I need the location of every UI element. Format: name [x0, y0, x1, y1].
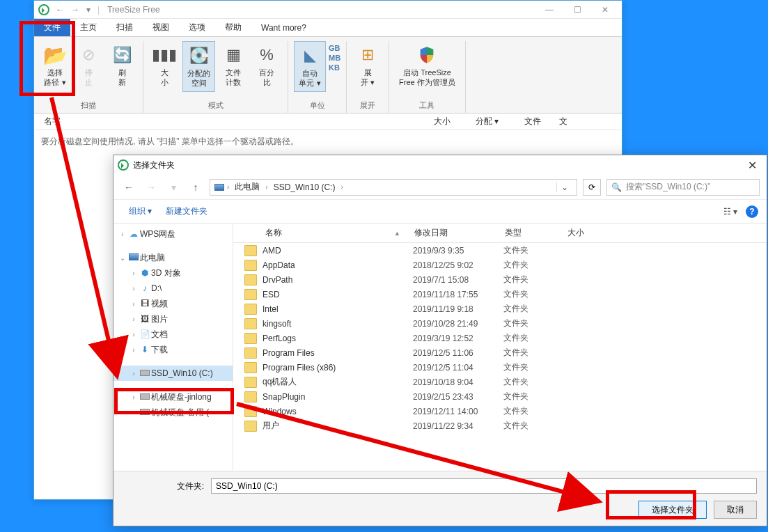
nav-dd-icon[interactable]: ▾ — [84, 5, 93, 15]
organize-button[interactable]: 组织 ▾ — [122, 205, 159, 217]
tab-home[interactable]: 主页 — [70, 19, 107, 36]
nav-forward-button[interactable]: → — [143, 179, 159, 196]
stop-button[interactable]: ⊘ 停 止 — [73, 41, 104, 91]
size-button[interactable]: ▮▮▮ 大 小 — [149, 41, 180, 91]
cloud-icon: ☁ — [127, 229, 140, 239]
file-row[interactable]: Program Files (x86)2019/12/5 11:04文件夹 — [233, 360, 767, 375]
nav-back-button[interactable]: ← — [120, 179, 137, 196]
cancel-button[interactable]: 取消 — [714, 501, 757, 519]
folder-input-label: 文件夹: — [123, 480, 207, 492]
nav-fwd-icon[interactable]: → — [69, 5, 81, 15]
file-type: 文件夹 — [503, 303, 566, 315]
file-row[interactable]: Intel2019/11/19 9:18文件夹 — [233, 302, 767, 316]
file-date: 2018/12/25 9:02 — [413, 260, 503, 270]
tree-documents[interactable]: ›📄文档 — [113, 327, 233, 342]
tree-ssd-c[interactable]: ›SSD_Win10 (C:) — [113, 366, 233, 381]
refresh-button[interactable]: 🔄 刷 新 — [107, 41, 137, 91]
folder-icon — [244, 245, 257, 256]
crumb-drive[interactable]: SSD_Win10 (C:) — [271, 182, 338, 192]
maximize-button[interactable]: ☐ — [563, 1, 591, 18]
tab-view[interactable]: 视图 — [143, 19, 179, 36]
fcol-date[interactable]: 修改日期 — [407, 227, 498, 239]
breadcrumb[interactable]: › 此电脑 › SSD_Win10 (C:) › ⌄ — [210, 179, 577, 196]
tree-downloads[interactable]: ›⬇下载 — [113, 342, 233, 357]
tab-options[interactable]: 选项 — [179, 19, 215, 36]
tree-wps[interactable]: ›☁WPS网盘 — [113, 226, 233, 242]
gb-button[interactable]: GB — [329, 44, 340, 52]
tree-pictures[interactable]: ›🖼图片 — [113, 311, 233, 327]
close-button[interactable]: ✕ — [591, 1, 619, 18]
file-row[interactable]: Program Files2019/12/5 11:06文件夹 — [233, 345, 767, 360]
file-type: 文件夹 — [503, 332, 566, 344]
tree-hdd2[interactable]: ›机械硬盘-备用 ( — [113, 405, 233, 420]
tree-hdd1[interactable]: ›机械硬盘-jinlong — [113, 389, 233, 405]
col-files[interactable]: 文件 — [519, 116, 554, 127]
minimize-button[interactable]: — — [535, 1, 563, 18]
file-columns: 名称▲ 修改日期 类型 大小 — [233, 224, 767, 243]
select-folder-button[interactable]: 选择文件夹 — [638, 501, 707, 519]
file-row[interactable]: SnapPlugin2019/2/15 23:43文件夹 — [233, 389, 767, 404]
launch-admin-button[interactable]: 启动 TreeSize Free 作为管理员 — [395, 41, 460, 91]
file-count-button[interactable]: ▦ 文件 计数 — [218, 41, 249, 91]
mb-button[interactable]: MB — [329, 54, 340, 62]
folder-input[interactable] — [211, 478, 757, 494]
nav-history-button[interactable]: ▾ — [165, 179, 182, 196]
folder-icon — [244, 377, 257, 388]
file-row[interactable]: AMD2019/9/3 9:35文件夹 — [233, 243, 767, 258]
breadcrumb-dropdown-icon[interactable]: ⌄ — [556, 182, 572, 192]
file-name: qq机器人 — [262, 376, 413, 388]
folder-icon — [244, 421, 257, 432]
tab-file[interactable]: 文件 — [34, 19, 70, 36]
file-name: Intel — [262, 304, 413, 314]
col-name[interactable]: 名字 — [38, 116, 428, 127]
search-input[interactable]: 🔍 搜索"SSD_Win10 (C:)" — [606, 179, 760, 196]
view-mode-button[interactable]: ☷ ▾ — [722, 203, 739, 220]
nav-back-icon[interactable]: ← — [54, 5, 66, 15]
group-label-scan: 扫描 — [40, 100, 137, 113]
tab-help[interactable]: 帮助 — [215, 19, 251, 36]
col-alloc[interactable]: 分配 ▾ — [470, 116, 519, 127]
file-row[interactable]: Windows2019/12/11 14:00文件夹 — [233, 404, 767, 418]
fcol-name[interactable]: 名称▲ — [233, 227, 407, 239]
col-folders[interactable]: 文 — [554, 116, 573, 127]
file-row[interactable]: qq机器人2019/10/18 9:04文件夹 — [233, 375, 767, 389]
new-folder-button[interactable]: 新建文件夹 — [159, 205, 214, 217]
stop-icon: ⊘ — [77, 44, 100, 66]
col-size[interactable]: 大小 — [428, 116, 470, 127]
file-type: 文件夹 — [503, 288, 566, 300]
file-row[interactable]: kingsoft2019/10/28 21:49文件夹 — [233, 316, 767, 331]
file-name: SnapPlugin — [262, 392, 413, 402]
tree-videos[interactable]: ›🎞视频 — [113, 296, 233, 311]
fcol-size[interactable]: 大小 — [561, 227, 616, 239]
auto-unit-button[interactable]: ◣ 自动 单元 ▾ — [294, 41, 326, 92]
file-row[interactable]: ESD2019/11/18 17:55文件夹 — [233, 287, 767, 302]
group-label-unit: 单位 — [294, 100, 340, 113]
file-row[interactable]: 用户2019/11/22 9:34文件夹 — [233, 418, 767, 433]
tree-3d[interactable]: ›⬢3D 对象 — [113, 265, 233, 281]
ribbon: 📂 选择 路径 ▾ ⊘ 停 止 🔄 刷 新 扫描 ▮▮▮ 大 小 — [34, 37, 622, 114]
tree-d-drive[interactable]: ›♪D:\ — [113, 281, 233, 296]
kb-button[interactable]: KB — [329, 63, 340, 72]
file-row[interactable]: PerfLogs2019/3/19 12:52文件夹 — [233, 331, 767, 345]
allocated-button[interactable]: 💽 分配的 空间 — [182, 41, 215, 92]
percent-button[interactable]: % 百分 比 — [251, 41, 282, 91]
disk-icon: 💽 — [188, 45, 210, 67]
tab-scan[interactable]: 扫描 — [107, 19, 143, 36]
file-type: 文件夹 — [503, 318, 566, 329]
file-type: 文件夹 — [503, 244, 566, 256]
app-logo-icon — [38, 4, 49, 15]
expand-button[interactable]: ⊞ 展 开 ▾ — [352, 41, 383, 91]
file-date: 2019/9/3 9:35 — [413, 246, 503, 256]
help-button[interactable]: ? — [746, 205, 758, 218]
file-row[interactable]: AppData2018/12/25 9:02文件夹 — [233, 258, 767, 272]
file-row[interactable]: DrvPath2019/7/1 15:08文件夹 — [233, 272, 767, 287]
nav-up-button[interactable]: ↑ — [187, 179, 204, 196]
dialog-title: 选择文件夹 — [133, 159, 175, 171]
dialog-close-button[interactable]: ✕ — [742, 159, 762, 172]
crumb-pc[interactable]: 此电脑 — [232, 181, 262, 193]
nav-refresh-button[interactable]: ⟳ — [583, 179, 601, 196]
select-path-button[interactable]: 📂 选择 路径 ▾ — [40, 41, 70, 91]
fcol-type[interactable]: 类型 — [498, 227, 561, 239]
tab-want-more[interactable]: Want more? — [251, 19, 316, 36]
tree-this-pc[interactable]: ⌄此电脑 — [113, 250, 233, 265]
